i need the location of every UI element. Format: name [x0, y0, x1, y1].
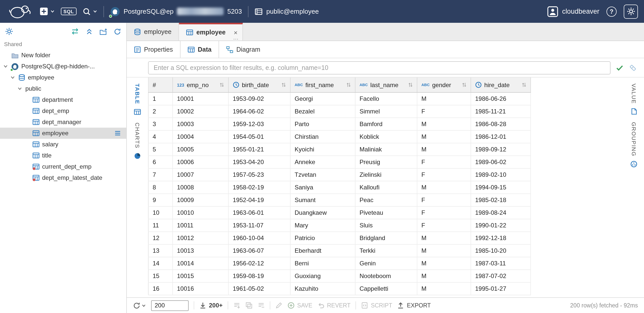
cell-birth-date[interactable]: 1953-04-20: [228, 156, 290, 168]
cell-hire-date[interactable]: 1987-03-11: [471, 257, 531, 270]
cell-birth-date[interactable]: 1956-02-12: [228, 257, 290, 270]
save-button[interactable]: SAVE: [288, 302, 312, 309]
cell-emp-no[interactable]: 10011: [173, 219, 228, 232]
sql-editor-button[interactable]: SQL: [61, 8, 76, 15]
cell-birth-date[interactable]: 1957-05-23: [228, 168, 290, 181]
cell-last-name[interactable]: Maliniak: [355, 143, 417, 156]
cell-emp-no[interactable]: 10002: [173, 105, 228, 118]
tab-diagram[interactable]: Diagram: [219, 41, 267, 58]
tree-item-connection[interactable]: PostgreSQL@ep-hidden-...: [0, 61, 126, 72]
cell-hire-date[interactable]: 1989-09-12: [471, 143, 531, 156]
column-header-rownum[interactable]: #: [149, 77, 172, 92]
row-number-cell[interactable]: 15: [148, 270, 173, 282]
row-number-cell[interactable]: 11: [148, 219, 173, 232]
filter-input[interactable]: [148, 61, 611, 74]
cell-hire-date[interactable]: 1992-12-18: [471, 232, 531, 244]
connection-selector[interactable]: PostgreSQL@ep 5203: [110, 6, 242, 16]
tree-item-database-employee[interactable]: employee: [0, 72, 126, 83]
column-header-last-name[interactable]: ABC last_name: [355, 77, 417, 92]
cell-birth-date[interactable]: 1964-06-02: [228, 105, 290, 118]
cell-hire-date[interactable]: 1986-08-28: [471, 118, 531, 130]
revert-button[interactable]: REVERT: [317, 302, 351, 309]
row-number-cell[interactable]: 8: [148, 181, 173, 194]
row-number-cell[interactable]: 3: [148, 118, 173, 130]
script-button[interactable]: SCRIPT: [361, 302, 392, 309]
column-header-emp-no[interactable]: 123 emp_no: [173, 77, 228, 92]
fetch-more-button[interactable]: 200+: [199, 302, 223, 309]
row-number-cell[interactable]: 7: [148, 168, 173, 181]
schema-selector[interactable]: public@employee: [255, 7, 319, 15]
cell-first-name[interactable]: Guoxiang: [290, 270, 355, 282]
cell-last-name[interactable]: Facello: [355, 92, 417, 105]
cell-birth-date[interactable]: 1953-11-07: [228, 219, 290, 232]
cell-first-name[interactable]: Tzvetan: [290, 168, 355, 181]
cell-birth-date[interactable]: 1954-05-01: [228, 130, 290, 143]
column-header-gender[interactable]: ABC gender: [417, 77, 471, 92]
add-folder-icon[interactable]: [99, 28, 108, 35]
cell-last-name[interactable]: Kalloufi: [355, 181, 417, 194]
cell-gender[interactable]: M: [417, 232, 471, 244]
cell-emp-no[interactable]: 10006: [173, 156, 228, 168]
cell-birth-date[interactable]: 1961-05-02: [228, 282, 290, 295]
sort-icon[interactable]: [281, 82, 286, 88]
cell-first-name[interactable]: Anneke: [290, 156, 355, 168]
cell-hire-date[interactable]: 1995-01-27: [471, 282, 531, 295]
cell-last-name[interactable]: Terkki: [355, 244, 417, 257]
cell-gender[interactable]: F: [417, 219, 471, 232]
cell-hire-date[interactable]: 1986-06-26: [471, 92, 531, 105]
row-number-cell[interactable]: 12: [148, 232, 173, 244]
refresh-results-button[interactable]: [133, 302, 146, 309]
chevron-down-icon[interactable]: [3, 64, 9, 69]
duplicate-row-button[interactable]: [245, 302, 253, 309]
cell-emp-no[interactable]: 10009: [173, 194, 228, 206]
cell-gender[interactable]: M: [417, 118, 471, 130]
cell-birth-date[interactable]: 1959-08-19: [228, 270, 290, 282]
cell-emp-no[interactable]: 10014: [173, 257, 228, 270]
cell-first-name[interactable]: Patricio: [290, 232, 355, 244]
cell-last-name[interactable]: Cappelletti: [355, 282, 417, 295]
presentation-tab-table[interactable]: TABLE: [134, 84, 141, 115]
tree-item-table-salary[interactable]: salary: [0, 139, 126, 150]
cell-first-name[interactable]: Mary: [290, 219, 355, 232]
tree-item-schema-public[interactable]: public: [0, 83, 126, 94]
node-menu-icon[interactable]: [114, 130, 123, 137]
presentation-tab-charts[interactable]: CHARTS: [134, 123, 141, 160]
cell-emp-no[interactable]: 10005: [173, 143, 228, 156]
refresh-icon[interactable]: [114, 28, 121, 35]
cell-last-name[interactable]: Genin: [355, 257, 417, 270]
row-number-cell[interactable]: 6: [148, 156, 173, 168]
cell-first-name[interactable]: Chirstian: [290, 130, 355, 143]
tree-item-table-dept-manager[interactable]: dept_manager: [0, 116, 126, 128]
cell-gender[interactable]: M: [417, 92, 471, 105]
fetch-size-input[interactable]: [151, 300, 189, 311]
cell-hire-date[interactable]: 1985-10-20: [471, 244, 531, 257]
cell-last-name[interactable]: Piveteau: [355, 206, 417, 219]
cell-last-name[interactable]: Sluis: [355, 219, 417, 232]
user-menu[interactable]: cloudbeaver: [547, 6, 599, 17]
cell-hire-date[interactable]: 1985-02-18: [471, 194, 531, 206]
cell-gender[interactable]: F: [417, 168, 471, 181]
delete-row-button[interactable]: [258, 302, 265, 309]
new-object-button[interactable]: [40, 7, 55, 16]
cell-emp-no[interactable]: 10012: [173, 232, 228, 244]
cell-last-name[interactable]: Zielinski: [355, 168, 417, 181]
cell-birth-date[interactable]: 1958-02-19: [228, 181, 290, 194]
cell-hire-date[interactable]: 1989-06-02: [471, 156, 531, 168]
help-button[interactable]: ?: [606, 6, 617, 16]
cell-hire-date[interactable]: 1986-12-01: [471, 130, 531, 143]
cell-hire-date[interactable]: 1989-02-10: [471, 168, 531, 181]
cloudbeaver-logo[interactable]: [6, 3, 33, 19]
tree-item-view-dept-emp-latest-date[interactable]: dept_emp_latest_date: [0, 172, 126, 183]
cell-birth-date[interactable]: 1959-12-03: [228, 118, 290, 130]
cell-last-name[interactable]: Preusig: [355, 156, 417, 168]
collapse-all-icon[interactable]: [85, 27, 93, 35]
cell-last-name[interactable]: Bridgland: [355, 232, 417, 244]
tab-employee-database[interactable]: employee: [127, 23, 179, 41]
cell-birth-date[interactable]: 1963-06-07: [228, 244, 290, 257]
column-header-birth-date[interactable]: birth_date: [229, 77, 290, 92]
cell-gender[interactable]: F: [417, 206, 471, 219]
tab-properties[interactable]: Properties: [127, 41, 180, 58]
cell-hire-date[interactable]: 1994-09-15: [471, 181, 531, 194]
cell-emp-no[interactable]: 10015: [173, 270, 228, 282]
row-number-cell[interactable]: 13: [148, 244, 173, 257]
